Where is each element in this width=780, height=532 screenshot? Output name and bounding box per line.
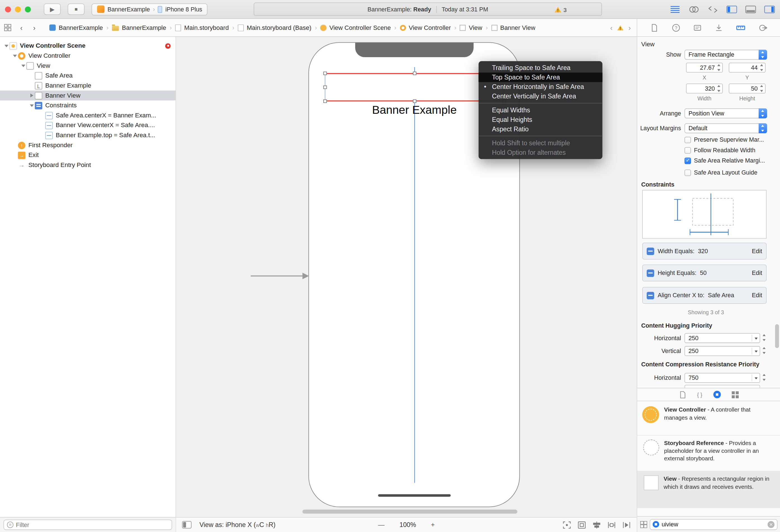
- run-button[interactable]: ▶: [44, 3, 61, 15]
- stop-button[interactable]: ■: [68, 3, 85, 15]
- library-item-storyboard-reference[interactable]: Storyboard Reference - Provides a placeh…: [637, 435, 780, 471]
- hugging-horizontal-combo[interactable]: 250: [685, 333, 760, 343]
- resize-handle[interactable]: [323, 100, 327, 103]
- menu-item-center-horizontally[interactable]: Center Horizontally in Safe Area: [478, 82, 602, 92]
- layout-margins-popup[interactable]: Default: [685, 123, 767, 133]
- breadcrumb-group[interactable]: BannerExample: [112, 24, 166, 31]
- y-field[interactable]: 44: [729, 63, 766, 73]
- clear-filter-icon[interactable]: [768, 521, 774, 528]
- next-issue-button[interactable]: ›: [629, 24, 631, 32]
- breadcrumb-banner-view[interactable]: Banner View: [491, 24, 535, 31]
- disclosure-triangle-icon[interactable]: [29, 102, 35, 108]
- back-button[interactable]: ‹: [18, 24, 24, 32]
- show-popup[interactable]: Frame Rectangle: [685, 50, 767, 60]
- close-window-button[interactable]: [5, 6, 11, 12]
- outline-row-safe-area[interactable]: Safe Area: [0, 70, 176, 81]
- edit-button[interactable]: Edit: [752, 269, 762, 276]
- width-field[interactable]: 320: [686, 84, 723, 94]
- outline-row-constraint-3[interactable]: Banner Example.top = Safe Area.t...: [0, 130, 176, 140]
- outline-filter-field[interactable]: [3, 520, 172, 530]
- menu-item-center-vertically[interactable]: Center Vertically in Safe Area: [478, 92, 602, 101]
- banner-example-label[interactable]: Banner Example: [372, 103, 457, 117]
- constraints-diagram[interactable]: [642, 190, 767, 239]
- object-library-icon[interactable]: [713, 391, 721, 398]
- connections-inspector-icon[interactable]: [759, 23, 768, 32]
- inspector-scrollbar[interactable]: [775, 324, 779, 348]
- warning-triangle-icon[interactable]: [617, 24, 624, 31]
- edit-button[interactable]: Edit: [752, 248, 762, 255]
- resize-handle[interactable]: [412, 72, 416, 75]
- stepper-icon[interactable]: [762, 334, 767, 342]
- breadcrumb-storyboard[interactable]: Main.storyboard: [175, 24, 229, 31]
- navigator-panel-button[interactable]: [725, 4, 738, 15]
- breadcrumb-view[interactable]: View: [460, 24, 482, 31]
- resize-handle[interactable]: [323, 85, 327, 89]
- layout-issue-badge[interactable]: [165, 43, 171, 49]
- stepper-icon[interactable]: [762, 373, 767, 381]
- stepper-icon[interactable]: [716, 85, 722, 93]
- version-editor-button[interactable]: [706, 4, 719, 15]
- scheme-name[interactable]: BannerExample: [107, 6, 150, 13]
- checkbox-safe-area-guide[interactable]: Safe Area Layout Guide: [685, 169, 758, 176]
- resize-handle[interactable]: [412, 100, 416, 103]
- menu-item-equal-heights[interactable]: Equal Heights: [478, 115, 602, 124]
- library-item-view[interactable]: View - Represents a rectangular region i…: [637, 471, 780, 508]
- resize-handle[interactable]: [323, 72, 327, 75]
- stepper-icon[interactable]: [759, 64, 765, 72]
- update-frames-icon[interactable]: [563, 521, 571, 529]
- breadcrumb-scene[interactable]: View Controller Scene: [321, 24, 391, 31]
- code-snippets-icon[interactable]: { }: [697, 391, 702, 397]
- assistant-editor-button[interactable]: [687, 4, 700, 15]
- standard-editor-button[interactable]: [669, 4, 682, 15]
- scheme-selector[interactable]: BannerExample › iPhone 8 Plus: [92, 3, 207, 15]
- fullscreen-window-button[interactable]: [25, 6, 31, 12]
- breadcrumb-storyboard-base[interactable]: Main.storyboard (Base): [238, 24, 311, 31]
- hugging-vertical-combo[interactable]: 250: [685, 346, 760, 356]
- disclosure-triangle-icon[interactable]: [29, 93, 35, 97]
- menu-item-equal-widths[interactable]: Equal Widths: [478, 105, 602, 115]
- constraint-row-height[interactable]: Height Equals: 50 Edit: [642, 265, 767, 282]
- related-items-menu[interactable]: [4, 24, 11, 32]
- outline-row-view-controller-scene[interactable]: View Controller Scene: [0, 41, 176, 51]
- add-constraints-icon[interactable]: [607, 521, 616, 529]
- file-inspector-icon[interactable]: [650, 23, 659, 32]
- menu-item-aspect-ratio[interactable]: Aspect Ratio: [478, 124, 602, 134]
- outline-row-first-responder[interactable]: First Responder: [0, 140, 176, 150]
- forward-button[interactable]: ›: [31, 24, 37, 32]
- quick-help-icon[interactable]: ?: [672, 23, 680, 32]
- banner-view-selection[interactable]: [325, 73, 504, 101]
- outline-row-entry-point[interactable]: Storyboard Entry Point: [0, 160, 176, 170]
- media-library-icon[interactable]: [732, 391, 739, 398]
- outline-row-constraint-2[interactable]: Banner View.centerX = Safe Area....: [0, 120, 176, 130]
- library-filter-field[interactable]: [650, 519, 778, 530]
- library-filter-input[interactable]: [662, 521, 765, 528]
- disclosure-triangle-icon[interactable]: [11, 52, 18, 59]
- checkbox-checked-icon[interactable]: [685, 157, 691, 164]
- breadcrumb-project[interactable]: BannerExample: [49, 24, 103, 31]
- constraint-row-align-center-x[interactable]: Align Center X to: Safe Area Edit: [642, 287, 767, 304]
- disclosure-triangle-icon[interactable]: [3, 42, 9, 49]
- arrange-popup[interactable]: Position View: [685, 108, 767, 118]
- checkbox-follow-readable[interactable]: Follow Readable Width: [685, 147, 755, 154]
- zoom-level[interactable]: 100%: [399, 521, 416, 529]
- identity-inspector-icon[interactable]: [693, 23, 702, 32]
- size-inspector-icon[interactable]: [736, 23, 746, 32]
- checkbox-icon[interactable]: [685, 169, 691, 176]
- canvas-horizontal-scrollbar[interactable]: [302, 510, 517, 514]
- outline-row-exit[interactable]: Exit: [0, 150, 176, 160]
- warning-badge[interactable]: 3: [554, 6, 567, 13]
- grid-view-toggle-icon[interactable]: [640, 521, 647, 528]
- destination-name[interactable]: iPhone 8 Plus: [165, 6, 202, 13]
- checkbox-preserve-superview[interactable]: Preserve Superview Mar...: [685, 136, 764, 143]
- zoom-in-button[interactable]: +: [431, 521, 435, 529]
- menu-item-trailing-space[interactable]: Trailing Space to Safe Area: [478, 63, 602, 72]
- stepper-icon[interactable]: [716, 64, 722, 72]
- device-configuration-icon[interactable]: [182, 521, 192, 529]
- embed-in-icon[interactable]: [578, 521, 586, 529]
- zoom-out-button[interactable]: —: [378, 521, 384, 529]
- view-as-label[interactable]: View as: iPhone X (wC hR): [199, 521, 275, 529]
- file-templates-icon[interactable]: [679, 391, 686, 399]
- compression-horizontal-combo[interactable]: 750: [685, 373, 760, 383]
- attributes-inspector-icon[interactable]: [715, 23, 723, 32]
- outline-row-view-controller[interactable]: View Controller: [0, 51, 176, 61]
